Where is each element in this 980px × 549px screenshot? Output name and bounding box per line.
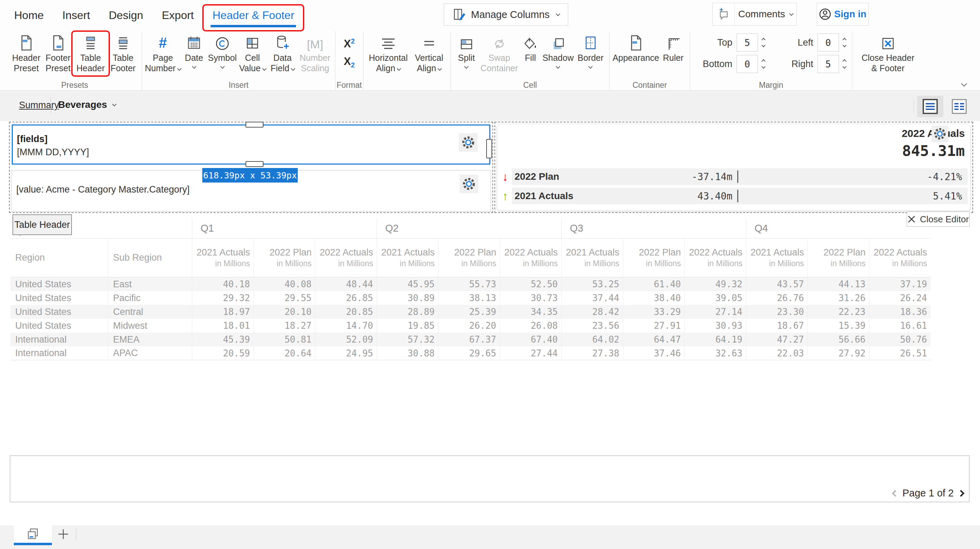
collapse-ribbon-button[interactable] [962,81,966,87]
table-header-label: Table Header [76,53,105,73]
comments-button[interactable]: Comments [712,3,797,25]
app-window: Home Insert Design Export Header & Foote… [0,0,980,549]
resize-handle-right[interactable] [486,139,492,158]
sign-in-button[interactable]: Sign in [817,3,869,25]
chevron-down-icon [291,66,295,71]
table-header-badge[interactable]: Table Header [13,214,72,235]
number-scaling-button[interactable]: [M] Number Scaling [298,31,332,75]
cell-settings-button[interactable] [459,133,477,152]
table-cell: 19.85 [377,319,438,333]
sheet-tab-strip: Summary Beverages [0,91,980,121]
manage-columns-button[interactable]: Manage Columns [444,3,568,25]
appearance-button[interactable]: Appearance [612,31,659,75]
column-header: 2022 Actualsin Millions [500,239,561,277]
table-cell: 28.89 [377,305,438,319]
next-page-icon[interactable] [958,490,964,497]
close-header-footer-button[interactable]: Close Header & Footer [855,31,921,75]
table-cell: 67.40 [500,333,561,347]
resize-handle-top[interactable] [245,122,264,127]
margin-top-stepper[interactable] [762,38,765,47]
size-tooltip: 618.39px x 53.39px [202,168,298,183]
cell-settings-button[interactable] [460,175,478,193]
tab-header-footer[interactable]: Header & Footer [203,9,304,22]
table-cell: 57.32 [377,333,438,347]
page-number-button[interactable]: # Page Number [145,31,181,75]
two-column-view-button[interactable] [946,96,972,117]
single-column-view-button[interactable] [917,96,943,117]
header-fields-cell-selected[interactable]: [fields] [MMM DD,YYYY] [12,124,490,165]
active-sheet-underline [14,543,52,545]
margin-left-control: Left 0 [777,33,846,51]
ruler-icon [666,33,681,51]
data-field-button[interactable]: Data Field [267,31,298,75]
table-cell: 64.19 [684,333,746,347]
gear-icon [932,127,947,141]
fill-button[interactable]: Fill [519,31,541,75]
table-footer-button[interactable]: Table Footer [107,31,139,75]
sheet-tab-beverages[interactable]: Beverages [58,99,116,110]
chevron-down-icon [438,66,442,71]
footer-placeholder-box[interactable]: Page 1 of 2 [10,455,970,502]
kpi-card[interactable]: 2022 Actuals 845.31m ↓ 2022 Plan -37.14m… [497,124,970,211]
group-header-q2: Q2 [377,218,561,239]
margin-bottom-input[interactable]: 0 [737,55,758,73]
kpi-row-2022-plan: ↓ 2022 Plan -37.14m -4.21% [499,169,967,185]
cell-subregion: East [108,277,192,291]
kpi-row-label: 2022 Plan [515,171,628,182]
table-cell: 26.08 [500,319,561,333]
table-cell: 26.85 [315,291,377,305]
column-header: 2022 Planin Millions [253,239,315,277]
tab-design[interactable]: Design [99,9,153,22]
resize-handle-bottom[interactable] [245,161,264,167]
close-header-footer-label2: & Footer [872,63,905,73]
table-cell: 37.19 [869,277,931,291]
tab-home[interactable]: Home [5,9,53,22]
margin-top-input[interactable]: 5 [737,33,758,51]
vertical-align-icon [421,33,437,51]
border-button[interactable]: Border [575,31,606,75]
swap-container-label: Swap Container [480,53,518,73]
horizontal-align-button[interactable]: Horizontal Align [366,31,410,75]
data-table: Quarter Q1 Q2 Q3 Q4 Region Sub Region 20… [10,218,931,360]
tab-export[interactable]: Export [153,9,203,22]
cell-subregion: EMEA [108,333,192,347]
table-cell: 38.13 [438,291,500,305]
superscript-button[interactable]: X2 [344,37,355,50]
add-sheet-button[interactable] [52,525,74,543]
split-button[interactable]: Split [454,31,479,75]
shadow-button[interactable]: Shadow [541,31,575,75]
header-preset-button[interactable]: Header Preset [10,31,42,75]
sheet-tab-summary[interactable]: Summary [19,100,59,111]
kpi-row-2021-actuals: ↑ 2021 Actuals 43.40m 5.41% [499,188,967,204]
kpi-settings-button[interactable] [932,126,948,142]
margin-right-stepper[interactable] [843,60,846,68]
table-cell: 23.56 [561,319,623,333]
footer-preset-button[interactable]: Footer Preset [42,31,74,75]
symbol-button[interactable]: Symbol [207,31,237,75]
margin-bottom-stepper[interactable] [762,60,765,68]
active-tab-underline [211,25,296,27]
table-header-button[interactable]: Table Header [74,31,107,75]
subscript-button[interactable]: X2 [344,55,355,69]
margin-left-stepper[interactable] [843,38,846,47]
ruler-button[interactable]: Ruler [659,31,687,75]
data-field-icon [275,33,290,51]
margin-left-input[interactable]: 0 [818,33,839,51]
horizontal-align-icon [380,33,396,51]
cell-value-button[interactable]: Cell Value [237,31,267,75]
table-cell: 38.40 [623,291,684,305]
table-cell: 20.85 [315,305,377,319]
vertical-align-button[interactable]: Vertical Align [410,31,448,75]
previous-page-icon[interactable] [892,490,899,497]
ribbon-body: Header Preset Footer Preset [8,31,924,91]
margin-right-input[interactable]: 5 [818,55,839,73]
chevron-down-icon [220,64,225,69]
date-button[interactable]: Date [181,31,207,75]
swap-container-button[interactable]: Swap Container [479,31,519,75]
chevron-down-icon [588,64,593,69]
active-sheet-tab[interactable] [14,525,52,543]
tab-insert[interactable]: Insert [53,9,99,22]
column-header-region: Region [10,239,108,277]
symbol-label: Symbol [208,53,237,62]
table-cell: 30.93 [684,319,746,333]
